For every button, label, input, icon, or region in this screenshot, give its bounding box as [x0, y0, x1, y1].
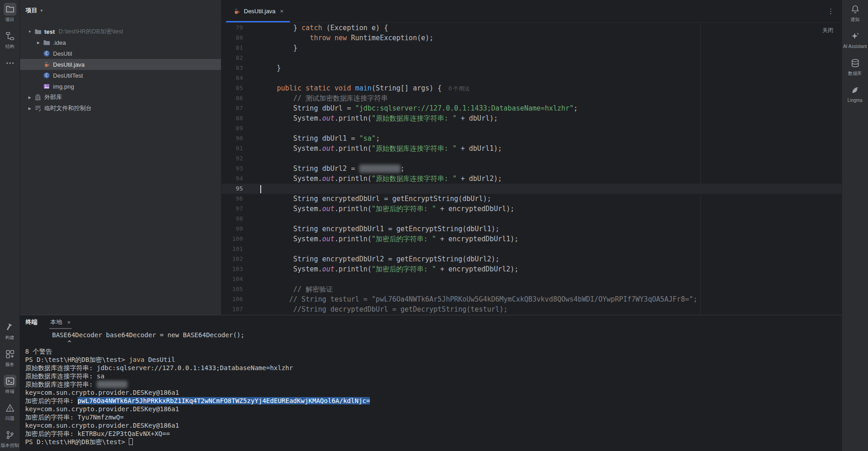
terminal-line[interactable]: key=com.sun.crypto.provider.DESKey@186a1 [25, 388, 842, 397]
terminal-panel-title[interactable]: 终端 [26, 318, 37, 326]
code-line[interactable]: 106 // String testurl = "pwL76Oa4NWTk6Ar… [221, 294, 842, 304]
terminal-line[interactable]: ^ [25, 339, 842, 347]
chevron-down-icon[interactable]: ▼ [26, 30, 34, 34]
tool-button-problems[interactable]: 问题 [0, 402, 20, 421]
tool-button-structure[interactable]: 结构 [0, 30, 20, 49]
code-line[interactable]: 91 System.out.println("原始数据库连接字符串: " + d… [221, 143, 842, 154]
tree-item-test-root[interactable]: ▼testD:\test\HR的DB加密\test [20, 26, 221, 37]
code-line[interactable]: 80 throw new RuntimeException(e); [221, 33, 842, 43]
line-number[interactable]: 93 [221, 164, 260, 174]
code-line[interactable]: 102 String encryptedDbUrl2 = getEncryptS… [221, 254, 842, 264]
line-number[interactable]: 100 [221, 234, 260, 244]
line-number[interactable]: 87 [221, 103, 260, 113]
code-line[interactable]: 79 } catch (Exception e) { [221, 23, 842, 33]
code-line[interactable]: 107 //String decryptedDbUrl = getDecrypt… [221, 304, 842, 314]
line-number[interactable]: 105 [221, 284, 260, 294]
code-line[interactable]: 83 } [221, 63, 842, 73]
code-line[interactable]: 96 String encryptedDbUrl = getEncryptStr… [221, 194, 842, 204]
line-number[interactable]: 95 [221, 184, 260, 194]
tool-button-more-tools[interactable] [0, 57, 20, 69]
code-line[interactable]: 90 String dbUrl1 = "sa"; [221, 133, 842, 143]
line-number[interactable]: 84 [221, 73, 260, 83]
code-line[interactable]: 105 // 解密验证 [221, 284, 842, 294]
code-line[interactable]: 82 [221, 53, 842, 63]
code-line[interactable]: 97 System.out.println("加密后的字符串: " + encr… [221, 204, 842, 214]
code-area[interactable]: 79 } catch (Exception e) {80 throw new R… [221, 23, 842, 315]
code-line[interactable]: 81 } [221, 43, 842, 53]
terminal-line[interactable]: 加密后的字符串: kETRBux/E2P3tQaEvNX+XQ== [25, 430, 842, 438]
line-number[interactable]: 83 [221, 63, 260, 73]
notification-close-link[interactable]: 关闭 [822, 27, 833, 34]
code-line[interactable]: 100 System.out.println("加密后的字符串: " + enc… [221, 234, 842, 244]
line-number[interactable]: 98 [221, 214, 260, 224]
tab-options-icon[interactable]: ⋮ [827, 7, 834, 16]
line-number[interactable]: 90 [221, 133, 260, 143]
chevron-right-icon[interactable]: ▶ [26, 106, 34, 111]
tool-button-ai-assistant[interactable]: AI Assistant [842, 30, 868, 49]
terminal-tab-close-icon[interactable]: × [67, 319, 71, 326]
line-number[interactable]: 107 [221, 304, 260, 314]
code-line[interactable]: 84 [221, 73, 842, 83]
code-line[interactable]: 93 String dbUrl2 = "********"; [221, 164, 842, 174]
tool-button-notifications[interactable]: 通知 [842, 3, 868, 22]
tree-item-desutiltest-class[interactable]: CDesUtilTest [20, 70, 221, 81]
tree-item-idea-folder[interactable]: ▶.idea [20, 37, 221, 48]
tool-button-build[interactable]: 构建 [0, 321, 20, 340]
line-number[interactable]: 94 [221, 174, 260, 184]
terminal-line[interactable]: 加密后的字符串: Tyu7NmfzmwQ= [25, 413, 842, 421]
line-number[interactable]: 79 [221, 23, 260, 33]
code-line[interactable]: 92 [221, 154, 842, 164]
tool-button-lingma[interactable]: Lingma [842, 84, 868, 103]
line-number[interactable]: 80 [221, 33, 260, 43]
terminal-output[interactable]: BASE64Decoder base64Decoder = new BASE64… [20, 329, 842, 451]
line-number[interactable]: 102 [221, 254, 260, 264]
code-line[interactable]: 86 // 测试加密数据库连接字符串 [221, 93, 842, 103]
line-number[interactable]: 97 [221, 204, 260, 214]
terminal-line[interactable]: key=com.sun.crypto.provider.DESKey@186a1 [25, 421, 842, 430]
code-line[interactable]: 95 [221, 184, 842, 194]
line-number[interactable]: 92 [221, 154, 260, 164]
code-line[interactable]: 88 System.out.println("原始数据库连接字符串: " + d… [221, 113, 842, 123]
chevron-down-icon[interactable]: ▼ [40, 9, 43, 13]
terminal-tab-local[interactable]: 本地 × [49, 315, 72, 329]
terminal-line[interactable]: 原始数据库连接字符串: sa [25, 372, 842, 380]
terminal-line[interactable]: BASE64Decoder base64Decoder = new BASE64… [25, 331, 842, 339]
tool-button-project[interactable]: 项目 [0, 3, 20, 22]
terminal-line[interactable]: 8 个警告 [25, 347, 842, 355]
line-number[interactable]: 101 [221, 244, 260, 254]
line-number[interactable]: 82 [221, 53, 260, 63]
line-number[interactable]: 106 [221, 294, 260, 304]
tool-button-version-control[interactable]: 版本控制 [0, 429, 20, 448]
line-number[interactable]: 86 [221, 93, 260, 103]
line-number[interactable]: 91 [221, 143, 260, 154]
line-number[interactable]: 96 [221, 194, 260, 204]
code-line[interactable]: 104 [221, 274, 842, 284]
line-number[interactable]: 99 [221, 224, 260, 234]
code-line[interactable]: 85 public static void main(String[] args… [221, 83, 842, 93]
terminal-line[interactable]: 原始数据库连接字符串: ******** [25, 380, 842, 388]
tool-button-database[interactable]: 数据库 [842, 57, 868, 76]
tree-item-scratches[interactable]: ▶临时文件和控制台 [20, 103, 221, 114]
code-line[interactable]: 87 String dbUrl = "jdbc:sqlserver://127.… [221, 103, 842, 113]
tab-desutil-java[interactable]: DesUtil.java × [226, 0, 290, 22]
code-line[interactable]: 94 System.out.println("原始数据库连接字符串: " + d… [221, 174, 842, 184]
tree-item-external-libraries[interactable]: ▶外部库 [20, 92, 221, 103]
tree-item-img-png[interactable]: img.png [20, 81, 221, 92]
terminal-line[interactable]: 加密后的字符串: pwL76Oa4NWTk6Ar5JhPRKkxRbZ1IKq4… [25, 397, 842, 405]
terminal-line[interactable]: key=com.sun.crypto.provider.DESKey@186a1 [25, 405, 842, 413]
chevron-right-icon[interactable]: ▶ [34, 41, 42, 45]
code-line[interactable]: 99 String encryptedDbUrl1 = getEncryptSt… [221, 224, 842, 234]
line-number[interactable]: 103 [221, 264, 260, 274]
code-line[interactable]: 101 [221, 244, 842, 254]
code-line[interactable]: 103 System.out.println("加密后的字符串: " + enc… [221, 264, 842, 274]
terminal-line[interactable]: PS D:\test\HR的DB加密\test> java DesUtil [25, 355, 842, 364]
project-panel-title[interactable]: 项目 [26, 6, 37, 15]
tab-close-icon[interactable]: × [280, 8, 284, 15]
tool-button-services[interactable]: 服务 [0, 348, 20, 367]
code-line[interactable]: 89 [221, 123, 842, 133]
terminal-line[interactable]: 原始数据库连接字符串: jdbc:sqlserver://127.0.0.1:1… [25, 364, 842, 372]
line-number[interactable]: 88 [221, 113, 260, 123]
chevron-right-icon[interactable]: ▶ [26, 96, 34, 100]
terminal-line[interactable]: PS D:\test\HR的DB加密\test> [25, 438, 842, 446]
line-number[interactable]: 89 [221, 123, 260, 133]
